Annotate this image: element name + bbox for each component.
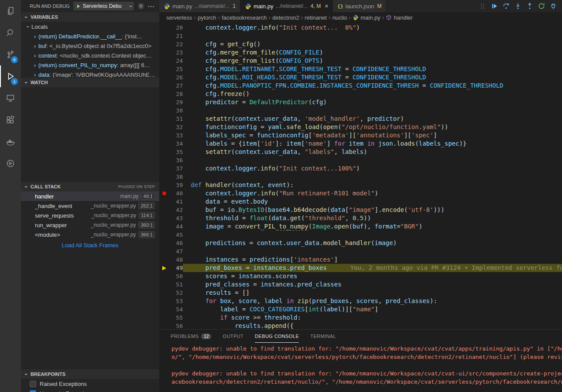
- breakpoint-icon[interactable]: [162, 191, 166, 195]
- more-actions-icon[interactable]: ···: [148, 3, 155, 10]
- gutter-breakpoint-area[interactable]: [159, 131, 169, 140]
- gutter-breakpoint-area[interactable]: [159, 73, 169, 82]
- gutter-breakpoint-area[interactable]: [159, 156, 169, 164]
- code-line[interactable]: 28 cfg.freeze(): [159, 90, 562, 98]
- load-all-stack-frames-link[interactable]: Load All Stack Frames: [21, 239, 159, 251]
- activity-item-docker[interactable]: [0, 131, 21, 153]
- stack-frame[interactable]: <module>_nuclio_wrapper.py366:1: [21, 230, 159, 239]
- activity-item-extensions[interactable]: [0, 109, 21, 131]
- code-line[interactable]: 33 labels_spec = functionconfig['metadat…: [159, 131, 562, 140]
- panel-tab-terminal[interactable]: TERMINAL: [310, 330, 336, 343]
- code-line[interactable]: 46 predictions = context.user_data.model…: [159, 239, 562, 247]
- breakpoints-section-header[interactable]: BREAKPOINTS: [21, 369, 159, 379]
- stack-frame[interactable]: serve_requests_nuclio_wrapper.py114:1: [21, 211, 159, 220]
- start-debug-icon[interactable]: [75, 3, 81, 9]
- gutter-breakpoint-area[interactable]: [159, 256, 169, 264]
- call-stack-section-header[interactable]: CALL STACK PAUSED ON STEP: [21, 182, 159, 191]
- code-line[interactable]: 48 instances = predictions['instances']: [159, 256, 562, 264]
- code-line[interactable]: 38: [159, 173, 562, 181]
- gutter-breakpoint-area[interactable]: [159, 297, 169, 305]
- code-line[interactable]: 22 cfg = get_cfg(): [159, 40, 562, 48]
- gutter-breakpoint-area[interactable]: [159, 123, 169, 131]
- gutter-breakpoint-area[interactable]: [159, 148, 169, 156]
- code-line[interactable]: 55 if score >= threshold:: [159, 314, 562, 322]
- close-icon[interactable]: ×: [325, 3, 328, 10]
- gutter-breakpoint-area[interactable]: [159, 189, 169, 198]
- breadcrumb-item[interactable]: main.py: [353, 14, 380, 21]
- activity-item-run-and-debug[interactable]: 1: [0, 65, 21, 87]
- gutter-breakpoint-area[interactable]: [159, 40, 169, 48]
- code-line[interactable]: 51 pred_classes = instances.pred_classes: [159, 280, 562, 289]
- code-line[interactable]: 23 cfg.merge_from_file(CONFIG_FILE): [159, 48, 562, 57]
- variables-section-header[interactable]: VARIABLES: [21, 12, 159, 22]
- code-line[interactable]: 40 context.logger.info("Run retinanet-R1…: [159, 189, 562, 198]
- code-line[interactable]: 32 functionconfig = yaml.safe_load(open(…: [159, 123, 562, 131]
- gutter-breakpoint-area[interactable]: [159, 231, 169, 239]
- breadcrumb-item[interactable]: handler: [386, 14, 412, 21]
- gutter-breakpoint-area[interactable]: [159, 32, 169, 40]
- code-line[interactable]: 24 cfg.merge_from_list(CONFIG_OPTS): [159, 57, 562, 65]
- code-line[interactable]: 47: [159, 247, 562, 256]
- code-line[interactable]: 53 for box, score, label in zip(pred_box…: [159, 297, 562, 305]
- code-line[interactable]: 50 scores = instances.scores: [159, 272, 562, 280]
- activity-item-play-circle[interactable]: [0, 153, 21, 174]
- panel-tab-debug-console[interactable]: DEBUG CONSOLE: [255, 330, 299, 343]
- code-line[interactable]: 26 cfg.MODEL.ROI_HEADS.SCORE_THRESH_TEST…: [159, 73, 562, 82]
- gutter-breakpoint-area[interactable]: [159, 198, 169, 206]
- gutter-breakpoint-area[interactable]: [159, 222, 169, 231]
- gutter-breakpoint-area[interactable]: [159, 173, 169, 181]
- breakpoint-item[interactable]: Uncaught Exceptions: [21, 389, 159, 392]
- gutter-breakpoint-area[interactable]: [159, 115, 169, 123]
- code-line[interactable]: 39def handler(context, event):: [159, 181, 562, 189]
- code-line[interactable]: 36: [159, 156, 562, 164]
- activity-item-source-control[interactable]: 8: [0, 44, 21, 65]
- gutter-breakpoint-area[interactable]: [159, 24, 169, 32]
- step-out-icon[interactable]: [526, 3, 533, 10]
- editor-tab[interactable]: main.py.../siammask/...1: [159, 0, 240, 12]
- stack-frame[interactable]: _handle_event_nuclio_wrapper.py262:1: [21, 201, 159, 211]
- code-line[interactable]: 25 cfg.MODEL.RETINANET.SCORE_THRESH_TEST…: [159, 65, 562, 73]
- breadcrumb-item[interactable]: retinanet: [305, 14, 327, 21]
- gutter-breakpoint-area[interactable]: [159, 82, 169, 90]
- gutter-breakpoint-area[interactable]: [159, 272, 169, 280]
- code-line[interactable]: 35 setattr(context.user_data, "labels", …: [159, 148, 562, 156]
- activity-item-remote-explorer[interactable]: [0, 87, 21, 109]
- variable-item[interactable]: buf: <_io.BytesIO object at 0x7f5a2dc1ec…: [21, 41, 159, 51]
- gutter-breakpoint-area[interactable]: [159, 305, 169, 314]
- stack-frame[interactable]: run_wrapper_nuclio_wrapper.py360:1: [21, 220, 159, 230]
- continue-icon[interactable]: [491, 3, 498, 10]
- gutter-breakpoint-area[interactable]: [159, 247, 169, 256]
- gutter-breakpoint-area[interactable]: [159, 206, 169, 214]
- code-line[interactable]: 52 results = []: [159, 289, 562, 297]
- gutter-breakpoint-area[interactable]: [159, 98, 169, 106]
- editor-tab[interactable]: {}launch.jsonM: [333, 0, 386, 12]
- gutter-breakpoint-area[interactable]: [159, 322, 169, 329]
- code-line[interactable]: 34 labels = {item['id']: item['name'] fo…: [159, 140, 562, 148]
- debug-config-picker[interactable]: Serverless Debu: [73, 2, 134, 10]
- toolbar-grip-icon[interactable]: [479, 3, 486, 10]
- restart-icon[interactable]: [538, 3, 545, 10]
- code-line[interactable]: 21: [159, 32, 562, 40]
- code-line[interactable]: 45: [159, 231, 562, 239]
- stack-frame[interactable]: handlermain.py49:1: [21, 191, 159, 201]
- editor-tab[interactable]: main.py.../retinanet/...4, M×: [240, 0, 333, 12]
- gutter-breakpoint-area[interactable]: [159, 48, 169, 57]
- gutter-breakpoint-area[interactable]: [159, 65, 169, 73]
- code-line[interactable]: 30: [159, 106, 562, 115]
- code-line[interactable]: 20 context.logger.info("Init context... …: [159, 24, 562, 32]
- gutter-breakpoint-area[interactable]: [159, 264, 169, 272]
- panel-tab-problems[interactable]: PROBLEMS12: [171, 330, 211, 343]
- breakpoint-item[interactable]: Raised Exceptions: [21, 379, 159, 389]
- gutter-breakpoint-area[interactable]: [159, 57, 169, 65]
- breadcrumb-item[interactable]: pytorch: [198, 14, 216, 21]
- breadcrumb-item[interactable]: serverless: [166, 14, 192, 21]
- gutter-breakpoint-area[interactable]: [159, 289, 169, 297]
- code-line[interactable]: 54 label = COCO_CATEGORIES[int(label)]["…: [159, 305, 562, 314]
- variable-item[interactable]: data: {'image': 'iVBORw0KGgoAAAANSUhE…: [21, 70, 159, 78]
- checkbox[interactable]: [30, 390, 36, 392]
- code-line[interactable]: 42 buf = io.BytesIO(base64.b64decode(dat…: [159, 206, 562, 214]
- gutter-breakpoint-area[interactable]: [159, 280, 169, 289]
- gutter-breakpoint-area[interactable]: [159, 90, 169, 98]
- activity-item-search[interactable]: [0, 22, 21, 44]
- variable-item[interactable]: (return) DefaultPredictor.__call__: {'in…: [21, 31, 159, 41]
